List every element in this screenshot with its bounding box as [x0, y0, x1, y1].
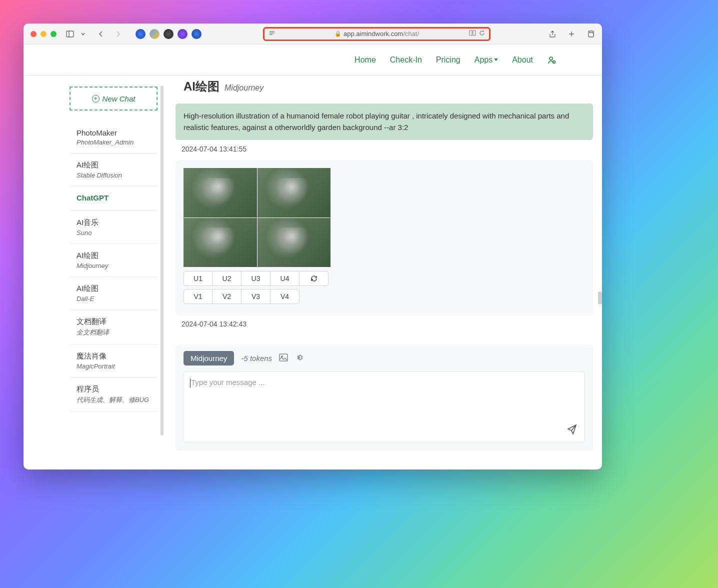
send-button[interactable] — [566, 424, 578, 436]
sidebar-item[interactable]: AI绘图Stable Diffusion — [70, 154, 158, 186]
sidebar-item-title: AI音乐 — [76, 218, 158, 228]
composer-toolbar: Midjourney -5 tokens — [184, 351, 585, 366]
sidebar-item-title: AI绘图 — [76, 160, 158, 170]
user-message: High-resolution illustration of a humano… — [176, 104, 593, 140]
sidebar-item-subtitle: Suno — [76, 229, 158, 236]
upscale-button[interactable]: U3 — [242, 271, 270, 286]
sidebar-item[interactable]: AI绘图Midjourney — [70, 244, 158, 277]
sidebar-item-title: ChatGPT — [76, 194, 158, 202]
format-icon[interactable] — [268, 30, 276, 38]
url-host: app.aimindwork.com — [344, 30, 403, 38]
sidebar-item-subtitle: PhotoMaker_Admin — [76, 138, 158, 146]
url-path: /chat/ — [403, 30, 419, 38]
sidebar-item-title: AI绘图 — [76, 284, 158, 294]
sidebar-item[interactable]: 程序员代码生成、解释、修BUG — [70, 378, 158, 412]
upscale-button[interactable]: U1 — [184, 271, 212, 286]
sidebar-item-subtitle: 全文档翻译 — [76, 328, 158, 337]
svg-rect-0 — [66, 31, 74, 37]
minimize-window-button[interactable] — [40, 31, 46, 37]
sidebar-item-subtitle: Stable Diffusion — [76, 172, 158, 179]
sidebar-item-subtitle: MagicPortrait — [76, 362, 158, 370]
new-tab-icon[interactable] — [567, 30, 576, 38]
regenerate-button[interactable] — [300, 271, 328, 286]
titlebar: 🔒 app.aimindwork.com/chat/ — [24, 24, 602, 44]
nav-pricing[interactable]: Pricing — [436, 56, 460, 64]
tabs-icon[interactable] — [586, 30, 595, 38]
upscale-button[interactable]: U2 — [212, 271, 242, 286]
titlebar-right — [548, 30, 595, 38]
svg-rect-6 — [473, 30, 476, 36]
extension-icon[interactable] — [164, 29, 174, 39]
extension-icon[interactable] — [178, 29, 188, 39]
message-timestamp: 2024-07-04 13:42:43 — [182, 320, 593, 328]
composer: Midjourney -5 tokens Type your message .… — [176, 345, 593, 450]
extension-icon[interactable] — [150, 29, 160, 39]
sidebar: + New Chat PhotoMakerPhotoMaker_AdminAI绘… — [24, 76, 166, 470]
sidebar-item[interactable]: PhotoMakerPhotoMaker_Admin — [70, 122, 158, 154]
sidebar-item-subtitle: 代码生成、解释、修BUG — [76, 396, 158, 404]
sidebar-item[interactable]: ChatGPT — [70, 186, 158, 211]
sidebar-item[interactable]: 魔法肖像MagicPortrait — [70, 344, 158, 378]
sidebar-toggle-icon[interactable] — [66, 30, 74, 38]
variation-button[interactable]: V4 — [270, 289, 300, 304]
main-scrollbar[interactable] — [598, 292, 602, 304]
chat-subtitle: Midjourney — [224, 84, 264, 92]
forward-button[interactable] — [114, 30, 122, 38]
sidebar-scrollbar[interactable] — [160, 86, 164, 436]
upscale-button[interactable]: U4 — [270, 271, 300, 286]
extensions — [136, 29, 202, 39]
generated-image[interactable] — [258, 168, 331, 218]
maximize-window-button[interactable] — [50, 31, 56, 37]
nav-about[interactable]: About — [512, 56, 533, 64]
top-nav: Home Check-In Pricing Apps About — [24, 44, 602, 76]
upscale-buttons: U1U2U3U4 — [184, 271, 585, 286]
window-controls — [30, 31, 56, 37]
variation-button[interactable]: V2 — [212, 289, 242, 304]
extension-icon[interactable] — [192, 29, 202, 39]
nav-checkin[interactable]: Check-In — [390, 56, 422, 64]
reload-icon[interactable] — [479, 30, 485, 38]
sidebar-item-title: PhotoMaker — [76, 128, 158, 137]
message-input[interactable]: Type your message ... — [184, 372, 585, 442]
sidebar-item-subtitle: Dall-E — [76, 295, 158, 302]
back-button[interactable] — [96, 30, 106, 38]
new-chat-button[interactable]: + New Chat — [70, 86, 158, 110]
nav-apps[interactable]: Apps — [474, 56, 498, 64]
sidebar-item[interactable]: AI绘图Dall-E — [70, 277, 158, 310]
svg-rect-5 — [470, 30, 472, 36]
sidebar-item-title: 程序员 — [76, 384, 158, 394]
settings-icon[interactable] — [295, 354, 303, 364]
generated-image[interactable] — [184, 168, 257, 218]
svg-rect-9 — [588, 32, 594, 37]
sidebar-item-title: AI绘图 — [76, 251, 158, 260]
svg-marker-10 — [494, 58, 498, 61]
variation-buttons: V1V2V3V4 — [184, 289, 585, 304]
model-selector[interactable]: Midjourney — [184, 351, 234, 366]
nav-arrows — [96, 30, 122, 38]
chat-main: AI绘图 Midjourney High-resolution illustra… — [166, 76, 602, 470]
token-cost: -5 tokens — [241, 354, 272, 362]
close-window-button[interactable] — [30, 31, 36, 37]
chat-title: AI绘图 — [184, 78, 220, 94]
variation-button[interactable]: V3 — [242, 289, 270, 304]
reader-icon[interactable] — [469, 30, 476, 38]
nav-home[interactable]: Home — [354, 56, 376, 64]
sidebar-item-title: 文档翻译 — [76, 317, 158, 326]
generated-image[interactable] — [184, 218, 257, 268]
sidebar-item[interactable]: AI音乐Suno — [70, 211, 158, 244]
user-settings-icon[interactable] — [547, 56, 556, 64]
chevron-down-icon[interactable] — [78, 30, 88, 38]
generated-image[interactable] — [258, 218, 331, 268]
message-timestamp: 2024-07-04 13:41:55 — [182, 145, 593, 153]
share-icon[interactable] — [548, 30, 557, 38]
svg-point-11 — [550, 57, 552, 60]
body: + New Chat PhotoMakerPhotoMaker_AdminAI绘… — [24, 76, 602, 470]
address-bar[interactable]: 🔒 app.aimindwork.com/chat/ — [263, 27, 490, 41]
extension-icon[interactable] — [136, 29, 146, 39]
image-upload-icon[interactable] — [279, 354, 288, 364]
browser-window: 🔒 app.aimindwork.com/chat/ Home Check-In — [24, 24, 602, 470]
sidebar-item-subtitle: Midjourney — [76, 262, 158, 270]
variation-button[interactable]: V1 — [184, 289, 212, 304]
sidebar-item[interactable]: 文档翻译全文档翻译 — [70, 310, 158, 344]
image-grid[interactable] — [184, 168, 330, 267]
